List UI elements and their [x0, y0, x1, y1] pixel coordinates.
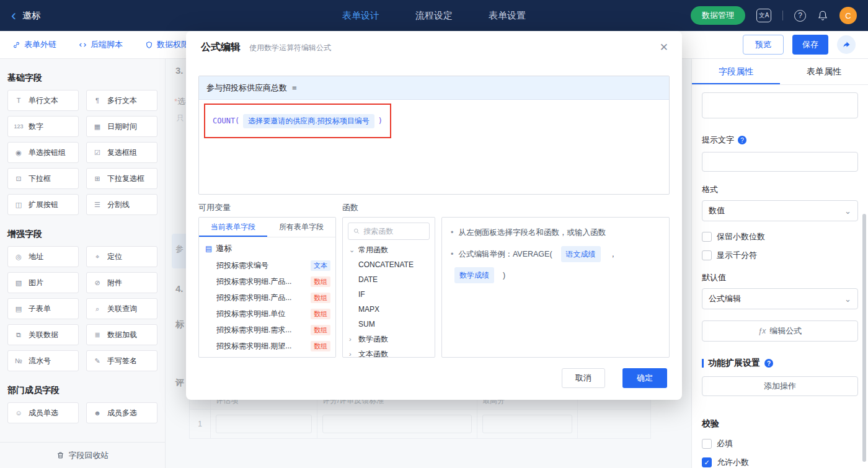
field-title-input[interactable] — [702, 92, 858, 118]
field-dropdown-multi[interactable]: ⊞下拉复选框 — [86, 168, 157, 189]
variable-item[interactable]: 招投标需求明细.产品...数组 — [199, 273, 335, 289]
variables-root-node[interactable]: ▤ 邀标 — [199, 240, 335, 257]
function-item-date[interactable]: DATE — [343, 272, 435, 287]
backend-script-button[interactable]: 后端脚本 — [79, 39, 123, 50]
variable-item[interactable]: 招投标需求明细.单位数组 — [199, 306, 335, 322]
function-item-mapx[interactable]: MAPX — [343, 302, 435, 317]
field-radio-group[interactable]: ◉单选按钮组 — [7, 142, 79, 163]
function-item-if[interactable]: IF — [343, 287, 435, 302]
code-icon — [79, 41, 87, 49]
function-group-math[interactable]: › 数学函数 — [343, 332, 435, 347]
field-datetime[interactable]: ▦日期时间 — [86, 116, 157, 137]
variables-root-label: 邀标 — [216, 243, 232, 254]
field-number[interactable]: 123数字 — [7, 116, 79, 137]
field-address[interactable]: ◎地址 — [7, 246, 79, 267]
basic-fields-grid: T单行文本 ¶多行文本 123数字 ▦日期时间 ◉单选按钮组 ☑复选框组 ⊡下拉… — [7, 90, 157, 215]
tab-form-setting[interactable]: 表单设置 — [489, 10, 526, 22]
section-title-member-fields: 部门成员字段 — [7, 385, 157, 396]
field-subform[interactable]: ▤子表单 — [7, 298, 79, 319]
panel-scrollbar[interactable] — [862, 214, 866, 462]
formula-body[interactable]: COUNT( 选择要邀请的供应商.招投标项目编号 ) — [199, 100, 669, 142]
number-icon: 123 — [12, 123, 25, 130]
checkbox-checked-icon[interactable]: ✓ — [702, 457, 712, 467]
field-label: 流水号 — [29, 356, 51, 366]
edit-formula-button[interactable]: ƒx 编辑公式 — [702, 320, 858, 342]
hint-help-icon[interactable]: ? — [738, 136, 746, 144]
field-dropdown[interactable]: ⊡下拉框 — [7, 168, 79, 189]
avatar[interactable]: C — [839, 7, 857, 24]
field-linked-query[interactable]: ⌕关联查询 — [86, 298, 157, 319]
add-action-button[interactable]: 添加操作 — [702, 376, 858, 396]
function-item-concatenate[interactable]: CONCATENATE — [343, 257, 435, 272]
field-member-multi[interactable]: ☻成员多选 — [86, 402, 157, 423]
back-icon[interactable]: ‹ — [11, 8, 16, 23]
function-group-text[interactable]: › 文本函数 — [343, 347, 435, 358]
section-title-enhanced-fields: 增强字段 — [7, 229, 157, 240]
field-image[interactable]: ▧图片 — [7, 272, 79, 293]
data-manage-button[interactable]: 数据管理 — [691, 6, 745, 25]
field-data-load[interactable]: ≣数据加载 — [86, 324, 157, 345]
cancel-button[interactable]: 取消 — [562, 368, 605, 388]
close-icon[interactable]: ✕ — [660, 41, 668, 54]
keep-decimal-checkbox[interactable]: 保留小数位数 — [702, 231, 858, 242]
tab-form-properties[interactable]: 表单属性 — [780, 59, 868, 84]
hint-text-input[interactable] — [702, 152, 858, 172]
extension-help-icon[interactable]: ? — [764, 359, 773, 368]
save-button[interactable]: 保存 — [792, 35, 828, 55]
tab-current-form-fields[interactable]: 当前表单字段 — [199, 218, 267, 237]
field-signature[interactable]: ✎手写签名 — [86, 350, 157, 371]
variable-item[interactable]: 招投标需求明细.产品...数组 — [199, 289, 335, 306]
bell-icon[interactable] — [817, 10, 828, 21]
variable-name: 招投标需求编号 — [216, 260, 311, 271]
function-group-common[interactable]: ⌄ 常用函数 — [343, 242, 435, 257]
variable-item[interactable]: 招投标需求编号文本 — [199, 257, 335, 273]
tab-field-properties[interactable]: 字段属性 — [692, 59, 780, 84]
variable-item[interactable]: 招投标需求明细.需求...数组 — [199, 322, 335, 338]
formula-editor[interactable]: 参与招投标供应商总数 = COUNT( 选择要邀请的供应商.招投标项目编号 ) — [198, 76, 670, 195]
default-value-select[interactable]: 公式编辑 ⌄ — [702, 288, 858, 309]
field-extend-button[interactable]: ◫扩展按钮 — [7, 194, 79, 215]
variable-item[interactable]: 招投标需求明细.期望...数组 — [199, 338, 335, 354]
hint-text-label: 提示文字 ? — [702, 135, 858, 146]
tab-all-form-fields[interactable]: 所有表单字段 — [267, 218, 335, 237]
share-icon[interactable] — [837, 35, 856, 54]
format-select[interactable]: 数值 ⌄ — [702, 200, 858, 221]
formula-field-chip[interactable]: 选择要邀请的供应商.招投标项目编号 — [243, 114, 374, 128]
confirm-button[interactable]: 确定 — [622, 368, 667, 388]
bullet-icon: • — [451, 248, 453, 260]
field-attachment[interactable]: ⊘附件 — [86, 272, 157, 293]
data-permission-button[interactable]: 数据权限 — [145, 39, 189, 50]
variable-name: 招投标需求明细.产品... — [216, 276, 311, 287]
field-recycle-bin[interactable]: 字段回收站 — [0, 442, 165, 468]
field-single-line-text[interactable]: T单行文本 — [7, 90, 79, 111]
tab-form-design[interactable]: 表单设计 — [342, 10, 379, 22]
field-serial-number[interactable]: №流水号 — [7, 350, 79, 371]
checkbox-unchecked-icon[interactable] — [702, 250, 712, 260]
variable-name: 招投标需求明细.单位 — [216, 309, 311, 319]
checkbox-unchecked-icon[interactable] — [702, 439, 712, 449]
tab-flow-setting[interactable]: 流程设定 — [415, 10, 453, 22]
formula-highlight-annotation: COUNT( 选择要邀请的供应商.招投标项目编号 ) — [204, 104, 391, 138]
type-badge: 数组 — [311, 309, 330, 319]
group-label: 文本函数 — [358, 349, 388, 358]
checkbox-unchecked-icon[interactable] — [702, 232, 712, 242]
required-checkbox[interactable]: 必填 — [702, 438, 858, 449]
field-checkbox-group[interactable]: ☑复选框组 — [86, 142, 157, 163]
field-location[interactable]: ⌖定位 — [86, 246, 157, 267]
data-permission-label: 数据权限 — [157, 39, 189, 50]
field-member-single[interactable]: ☺成员单选 — [7, 402, 79, 423]
external-link-button[interactable]: 表单外链 — [12, 39, 56, 50]
dropdown-multi-icon: ⊞ — [91, 175, 104, 183]
allow-decimal-checkbox[interactable]: ✓ 允许小数 — [702, 457, 858, 468]
field-linked-data[interactable]: ⧉关联数据 — [7, 324, 79, 345]
serial-number-icon: № — [12, 357, 25, 364]
field-divider[interactable]: ☰分割线 — [86, 194, 157, 215]
preview-button[interactable]: 预览 — [743, 35, 784, 55]
function-search[interactable] — [348, 223, 430, 240]
help-icon[interactable]: ? — [794, 10, 806, 22]
translate-icon[interactable]: 文A — [756, 9, 771, 22]
field-multi-line-text[interactable]: ¶多行文本 — [86, 90, 157, 111]
thousand-separator-checkbox[interactable]: 显示千分符 — [702, 250, 858, 261]
function-search-input[interactable] — [363, 227, 424, 236]
function-item-sum[interactable]: SUM — [343, 317, 435, 332]
